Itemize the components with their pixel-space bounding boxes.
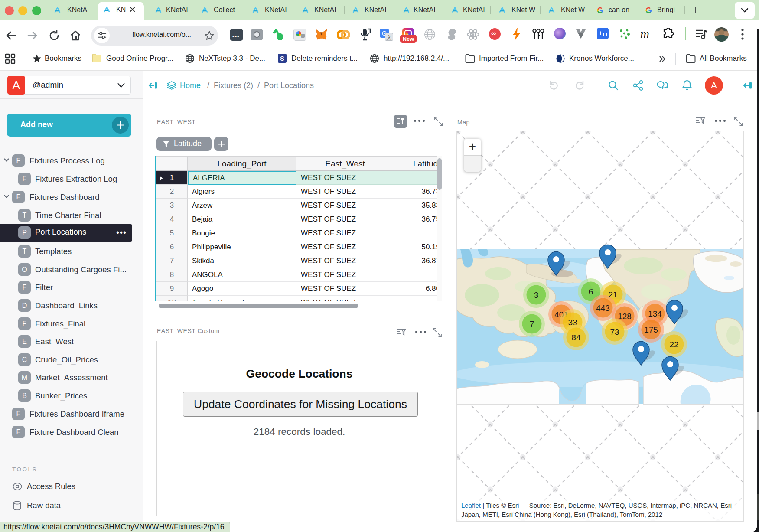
svg-text:6: 6 (589, 287, 593, 296)
svg-text:84: 84 (571, 333, 581, 342)
svg-text:443: 443 (596, 304, 610, 313)
svg-text:3: 3 (534, 290, 539, 300)
svg-text:73: 73 (610, 327, 619, 336)
svg-text:128: 128 (618, 312, 632, 321)
svg-text:175: 175 (644, 325, 658, 334)
svg-text:22: 22 (669, 340, 678, 349)
svg-text:7: 7 (530, 320, 534, 329)
